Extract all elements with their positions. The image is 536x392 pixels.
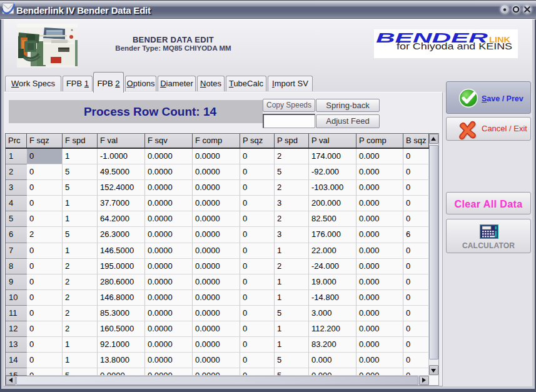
svg-text:for Chiyoda and KEINS: for Chiyoda and KEINS bbox=[397, 41, 512, 51]
